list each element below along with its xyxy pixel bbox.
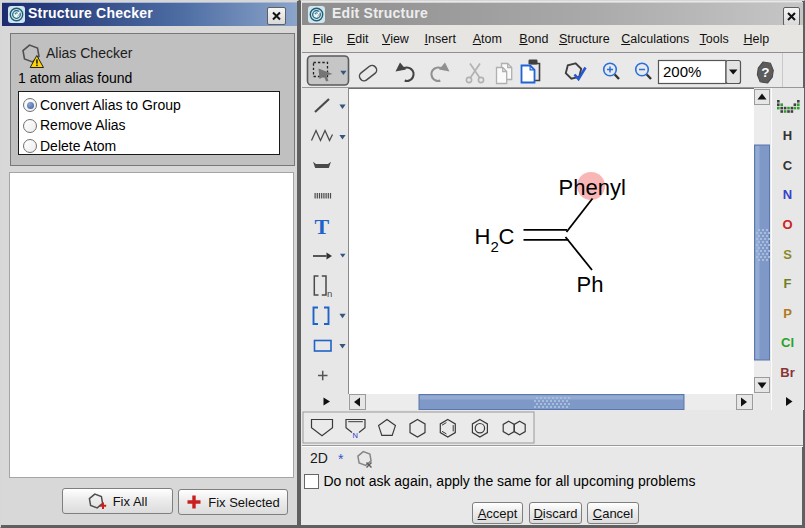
svg-text:F: F bbox=[784, 276, 792, 291]
svg-text:O: O bbox=[782, 217, 792, 232]
svg-text:H: H bbox=[783, 128, 792, 143]
svg-text:S: S bbox=[783, 247, 792, 262]
svg-text:Br: Br bbox=[780, 365, 794, 380]
svg-text:?: ? bbox=[761, 65, 769, 80]
svg-text:Ph: Ph bbox=[577, 272, 604, 297]
svg-text:Phenyl: Phenyl bbox=[559, 175, 626, 200]
svg-text:H: H bbox=[475, 224, 491, 249]
svg-text:C: C bbox=[499, 224, 515, 249]
svg-text:N: N bbox=[783, 187, 792, 202]
svg-text:200%: 200% bbox=[663, 63, 701, 80]
svg-text:C: C bbox=[783, 158, 793, 173]
svg-text:n: n bbox=[327, 288, 332, 299]
svg-text:Cl: Cl bbox=[781, 335, 794, 350]
svg-text:T: T bbox=[315, 214, 330, 239]
svg-text:P: P bbox=[783, 306, 792, 321]
svg-text:N: N bbox=[353, 431, 358, 440]
